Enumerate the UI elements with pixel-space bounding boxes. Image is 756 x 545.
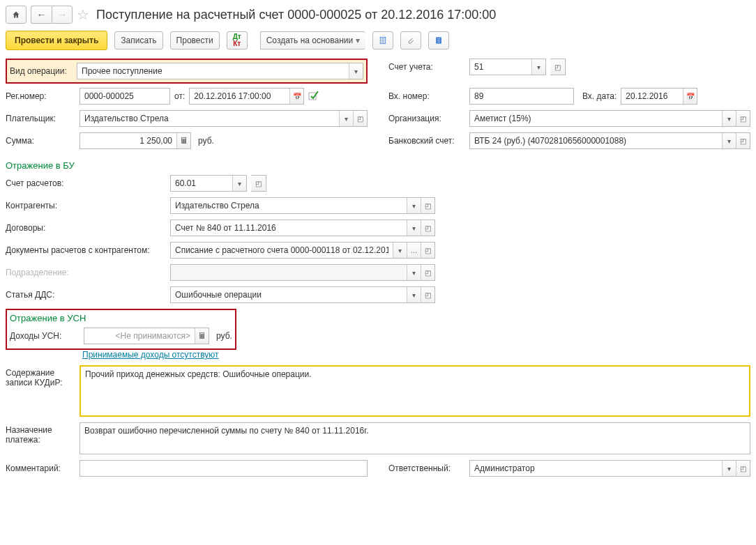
- purpose-textarea[interactable]: [80, 423, 750, 454]
- responsible-label: Ответственный:: [388, 463, 465, 473]
- dropdown-icon[interactable]: ▾: [339, 111, 353, 126]
- open-icon[interactable]: ◰: [421, 287, 434, 302]
- usn-link[interactable]: Принимаемые доходы отсутствуют: [82, 350, 219, 360]
- post-button[interactable]: Провести: [170, 31, 220, 49]
- bank-input[interactable]: [470, 133, 722, 148]
- favorite-icon[interactable]: ☆: [77, 6, 89, 23]
- in-date-input[interactable]: [621, 89, 683, 104]
- open-icon[interactable]: ◰: [550, 59, 564, 75]
- dropdown-icon[interactable]: ▾: [407, 198, 421, 213]
- open-icon[interactable]: ◰: [421, 243, 434, 258]
- dk-button[interactable]: ДтКт: [227, 31, 248, 49]
- sum-input[interactable]: [80, 133, 176, 148]
- regnum-input[interactable]: [80, 89, 169, 104]
- select-icon[interactable]: …: [407, 243, 421, 258]
- kudir-textarea[interactable]: [81, 367, 749, 415]
- division-label: Подразделение:: [6, 268, 166, 277]
- from-label: от:: [174, 91, 185, 101]
- open-icon[interactable]: ◰: [421, 220, 434, 236]
- open-icon[interactable]: ◰: [353, 111, 367, 126]
- payer-label: Плательщик:: [6, 114, 75, 123]
- open-icon[interactable]: ◰: [736, 461, 750, 476]
- usn-income-input[interactable]: [84, 328, 195, 344]
- settle-docs-input[interactable]: [171, 243, 393, 258]
- dropdown-icon[interactable]: ▾: [722, 111, 736, 126]
- currency-label: руб.: [198, 136, 214, 146]
- sum-label: Сумма:: [6, 136, 75, 146]
- back-button[interactable]: ←: [31, 6, 52, 24]
- page-title: Поступление на расчетный счет 0000-00002…: [96, 8, 496, 22]
- calendar-icon[interactable]: 📅: [683, 89, 697, 104]
- account-label: Счет учета:: [388, 62, 465, 72]
- op-type-input[interactable]: [77, 63, 349, 79]
- dropdown-icon[interactable]: ▾: [722, 133, 736, 148]
- calendar-icon[interactable]: 📅: [289, 89, 303, 104]
- dropdown-icon[interactable]: ▾: [407, 287, 421, 302]
- dds-input[interactable]: [171, 287, 407, 302]
- posted-icon: [308, 91, 319, 102]
- account-input[interactable]: [470, 59, 531, 75]
- report-button[interactable]: [372, 31, 393, 49]
- dropdown-icon[interactable]: ▾: [407, 220, 421, 236]
- home-button[interactable]: [6, 6, 27, 24]
- counterparty-input[interactable]: [171, 198, 407, 213]
- dropdown-icon[interactable]: ▾: [531, 59, 545, 75]
- forward-button[interactable]: →: [52, 6, 73, 24]
- currency-label: руб.: [216, 331, 232, 341]
- org-label: Организация:: [388, 114, 465, 123]
- usn-section-title: Отражение в УСН: [10, 313, 232, 323]
- attach-button[interactable]: [400, 31, 421, 49]
- dropdown-icon[interactable]: ▾: [407, 265, 421, 280]
- payer-input[interactable]: [80, 111, 339, 126]
- list-button[interactable]: [428, 31, 449, 49]
- open-icon[interactable]: ◰: [251, 176, 265, 191]
- op-type-label: Вид операции:: [10, 66, 73, 76]
- counterparty-label: Контрагенты:: [6, 201, 166, 210]
- dk-icon: ДтКт: [233, 33, 241, 47]
- settle-account-input[interactable]: [171, 176, 232, 191]
- settle-docs-label: Документы расчетов с контрагентом:: [6, 245, 166, 255]
- responsible-input[interactable]: [470, 461, 722, 476]
- in-num-label: Вх. номер:: [388, 91, 465, 101]
- purpose-label: Назначение платежа:: [6, 422, 75, 445]
- calc-icon[interactable]: [176, 133, 190, 148]
- contract-input[interactable]: [171, 220, 407, 236]
- calc-icon[interactable]: [195, 328, 209, 344]
- comment-input[interactable]: [80, 461, 367, 476]
- division-input[interactable]: [171, 265, 407, 280]
- contract-label: Договоры:: [6, 223, 166, 233]
- org-input[interactable]: [470, 111, 722, 126]
- open-icon[interactable]: ◰: [421, 198, 434, 213]
- dropdown-icon[interactable]: ▾: [349, 63, 363, 79]
- settle-account-label: Счет расчетов:: [6, 178, 166, 188]
- dds-label: Статья ДДС:: [6, 290, 166, 300]
- dropdown-icon[interactable]: ▾: [232, 176, 246, 191]
- create-on-basis-button[interactable]: Создать на основании ▾: [260, 31, 366, 49]
- open-icon[interactable]: ◰: [736, 111, 750, 126]
- bank-label: Банковский счет:: [388, 136, 465, 146]
- comment-label: Комментарий:: [6, 463, 75, 473]
- in-date-label: Вх. дата:: [582, 91, 617, 101]
- in-num-input[interactable]: [470, 89, 573, 104]
- kudir-label: Содержание записи КУДиР:: [6, 365, 75, 387]
- bu-section-title: Отражение в БУ: [6, 160, 750, 171]
- open-icon[interactable]: ◰: [421, 265, 434, 280]
- save-button[interactable]: Записать: [114, 31, 162, 49]
- dropdown-icon[interactable]: ▾: [393, 243, 407, 258]
- open-icon[interactable]: ◰: [736, 133, 750, 148]
- post-and-close-button[interactable]: Провести и закрыть: [6, 31, 107, 50]
- usn-income-label: Доходы УСН:: [10, 331, 80, 341]
- from-date-input[interactable]: [190, 89, 289, 104]
- dropdown-icon[interactable]: ▾: [722, 461, 736, 476]
- regnum-label: Рег.номер:: [6, 91, 75, 101]
